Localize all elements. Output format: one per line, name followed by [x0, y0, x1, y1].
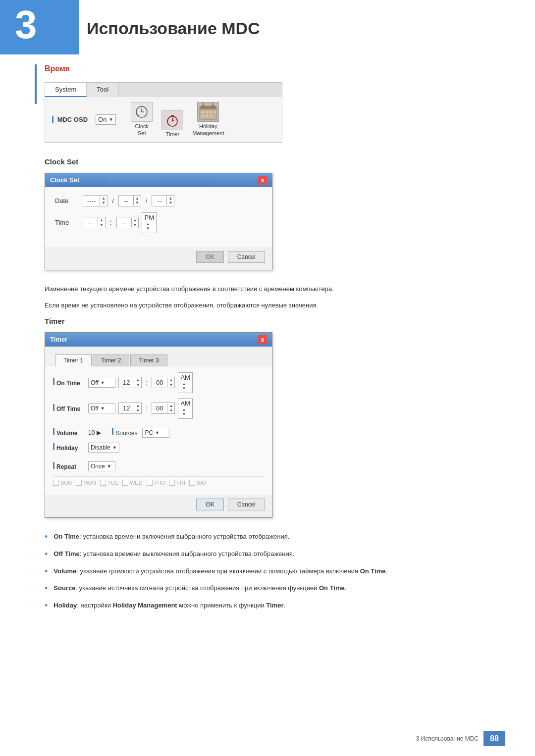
timer-tab-2[interactable]: Timer 2 — [93, 354, 129, 366]
date-spin2-down[interactable]: ▼ — [135, 201, 139, 205]
on-time-dropdown[interactable]: Off ▼ — [88, 378, 115, 388]
time-row: Time -- ▲ ▼ : -- ▲ ▼ PM — [55, 212, 262, 233]
days-row: SUN MON TUE WED THU — [53, 476, 264, 489]
time-spin2-down[interactable]: ▼ — [133, 223, 137, 228]
date-spin2-up[interactable]: ▲ — [135, 196, 139, 201]
day-sun[interactable]: SUN — [53, 480, 72, 486]
off-ampm-up[interactable]: ▲ — [182, 407, 189, 412]
day-fri[interactable]: FRI — [169, 480, 185, 486]
day-mon-checkbox[interactable] — [76, 480, 82, 486]
off-time-dropdown[interactable]: Off ▼ — [88, 403, 115, 413]
date-spin-3[interactable]: -- ▲ ▼ — [152, 195, 174, 206]
day-thu[interactable]: THU — [147, 480, 165, 486]
clock-set-icon-item[interactable]: ClockSet — [131, 102, 153, 137]
timer-close-button[interactable]: x — [258, 335, 267, 344]
on-ampm-down[interactable]: ▼ — [182, 386, 189, 391]
day-wed[interactable]: WED — [122, 480, 143, 486]
tab-tool[interactable]: Tool — [87, 83, 119, 97]
timer-dialog: Timer x Timer 1 Timer 2 Timer 3 On Time … — [45, 332, 272, 518]
bullet-dot-4: • — [45, 584, 48, 593]
off-ampm-down[interactable]: ▼ — [182, 412, 189, 417]
on-time-hour[interactable]: 12 ▲ ▼ — [118, 377, 142, 388]
off-time-ampm[interactable]: AM ▲ ▼ — [178, 398, 193, 419]
day-tue[interactable]: TUE — [100, 480, 118, 486]
clock-set-close-button[interactable]: x — [258, 176, 267, 185]
day-tue-checkbox[interactable] — [100, 480, 106, 486]
ampm-arrows[interactable]: ▲ ▼ — [144, 221, 154, 232]
time-spin2-up[interactable]: ▲ — [133, 218, 137, 223]
time-spin-2[interactable]: -- ▲ ▼ — [116, 217, 139, 228]
time-spin1-up[interactable]: ▲ — [100, 218, 104, 223]
tab-system[interactable]: System — [45, 83, 87, 97]
clock-set-ok-button[interactable]: OK — [196, 251, 223, 263]
day-wed-checkbox[interactable] — [122, 480, 128, 486]
on-time-arrow: ▼ — [101, 380, 105, 385]
time-spin2-arrows[interactable]: ▲ ▼ — [132, 217, 139, 228]
on-min-down[interactable]: ▼ — [169, 383, 173, 388]
clock-set-footer: OK Cancel — [45, 247, 272, 270]
time-spin-1[interactable]: -- ▲ ▼ — [83, 217, 106, 228]
day-sat[interactable]: SAT — [189, 480, 207, 486]
on-select[interactable]: On ▼ — [96, 114, 116, 125]
time-spin1-down[interactable]: ▼ — [100, 223, 104, 228]
off-min-up[interactable]: ▲ — [169, 403, 173, 408]
day-sat-checkbox[interactable] — [189, 480, 195, 486]
bullet-dot-2: • — [45, 550, 48, 558]
on-min-up[interactable]: ▲ — [169, 378, 173, 383]
time-spin1-arrows[interactable]: ▲ ▼ — [98, 217, 105, 228]
timer-cancel-button[interactable]: Cancel — [228, 499, 265, 510]
date-sep1: / — [110, 197, 115, 204]
date-spin1-arrows[interactable]: ▲ ▼ — [100, 196, 107, 206]
on-time-min[interactable]: 00 ▲ ▼ — [152, 377, 175, 388]
repeat-arrow: ▼ — [107, 464, 111, 469]
date-spin3-arrows[interactable]: ▲ ▼ — [167, 196, 174, 206]
date-val1: ---- — [83, 196, 100, 205]
on-time-ampm[interactable]: AM ▲ ▼ — [178, 372, 193, 393]
ampm-down[interactable]: ▼ — [146, 226, 153, 231]
sources-dropdown[interactable]: PC ▼ — [142, 428, 169, 438]
timer-tabs-bar: Timer 1 Timer 2 Timer 3 — [45, 347, 272, 366]
date-spin2-arrows[interactable]: ▲ ▼ — [134, 196, 141, 206]
svg-rect-16 — [206, 115, 208, 117]
holiday-icon-item[interactable]: HolidayManagement — [192, 102, 224, 137]
day-mon-label: MON — [83, 480, 96, 486]
bullet-volume: • Volume: указание громкости устройства … — [45, 566, 490, 577]
clock-icon — [131, 102, 153, 122]
clock-set-label: ClockSet — [135, 123, 149, 137]
on-hour-down[interactable]: ▼ — [136, 383, 140, 388]
timer-tab-3[interactable]: Timer 3 — [130, 354, 167, 366]
clock-set-dialog-title: Clock Set — [50, 176, 79, 184]
mdc-osd-label: MDC OSD — [52, 116, 88, 124]
day-mon[interactable]: MON — [76, 480, 96, 486]
repeat-dropdown[interactable]: Once ▼ — [88, 461, 115, 471]
holiday-dropdown[interactable]: Disable ▼ — [88, 443, 119, 453]
day-fri-checkbox[interactable] — [169, 480, 175, 486]
off-time-min[interactable]: 00 ▲ ▼ — [152, 403, 175, 414]
off-hour-down[interactable]: ▼ — [136, 408, 140, 413]
date-spin3-down[interactable]: ▼ — [168, 201, 172, 205]
time-colon: : — [108, 219, 113, 226]
ampm-up[interactable]: ▲ — [146, 222, 153, 227]
day-thu-checkbox[interactable] — [147, 480, 153, 486]
on-hour-up[interactable]: ▲ — [136, 378, 140, 383]
date-spin1-up[interactable]: ▲ — [102, 196, 106, 201]
on-ampm-up[interactable]: ▲ — [182, 382, 189, 387]
timer-tab-1[interactable]: Timer 1 — [55, 354, 92, 366]
day-sun-checkbox[interactable] — [53, 480, 59, 486]
date-spin1-down[interactable]: ▼ — [102, 201, 106, 205]
timer-icon-item[interactable]: Timer — [161, 110, 183, 137]
off-hour-up[interactable]: ▲ — [136, 403, 140, 408]
off-min-down[interactable]: ▼ — [169, 408, 173, 413]
volume-sources-row: Volume 10 ▶ Sources PC ▼ — [53, 428, 264, 438]
on-time-colon: : — [145, 379, 149, 386]
section-time-title: Время — [45, 64, 490, 73]
timer-ok-button[interactable]: OK — [196, 499, 223, 510]
date-spin-1[interactable]: ---- ▲ ▼ — [83, 195, 107, 206]
off-time-hour-val: 12 — [119, 403, 134, 413]
date-spin3-up[interactable]: ▲ — [168, 196, 172, 201]
off-time-hour[interactable]: 12 ▲ ▼ — [118, 403, 142, 414]
ampm-select[interactable]: PM ▲ ▼ — [142, 212, 157, 233]
clock-set-cancel-button[interactable]: Cancel — [228, 251, 265, 263]
volume-arrow-right[interactable]: ▶ — [97, 429, 101, 436]
date-spin-2[interactable]: -- ▲ ▼ — [118, 195, 141, 206]
